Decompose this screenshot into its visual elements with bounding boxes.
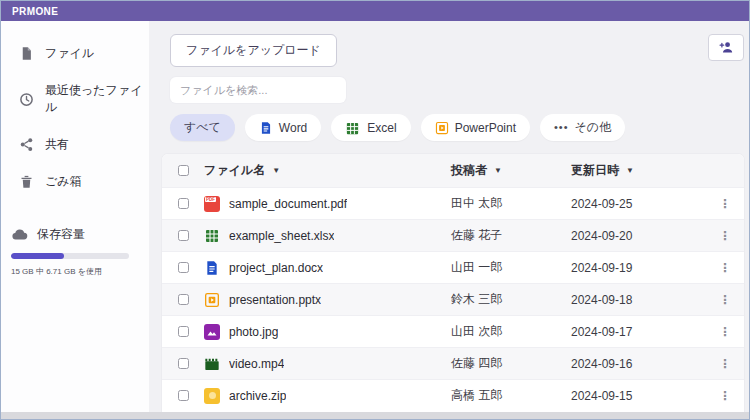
row-menu-kebab-icon[interactable]: ⋮ [719, 358, 731, 370]
table-header-row: ファイル名 ▼ 投稿者 ▼ 更新日時 ▼ [162, 154, 744, 187]
filter-chip-all[interactable]: すべて [170, 114, 235, 141]
filter-chip-label: その他 [575, 119, 612, 136]
row-menu-kebab-icon[interactable]: ⋮ [719, 198, 731, 210]
table-row[interactable]: project_plan.docx 山田 一郎 2024-09-19 ⋮ [162, 251, 744, 283]
file-name: sample_document.pdf [229, 197, 347, 211]
row-checkbox[interactable] [178, 326, 189, 337]
file-date: 2024-09-17 [571, 325, 706, 339]
person-add-icon [718, 39, 735, 56]
select-all-checkbox[interactable] [178, 165, 189, 176]
video-file-icon [204, 356, 220, 372]
storage-label: 保存容量 [37, 226, 85, 243]
filter-chip-label: Word [279, 121, 307, 135]
file-author: 田中 太郎 [451, 195, 571, 212]
storage-progress-bar [11, 253, 129, 259]
row-checkbox[interactable] [178, 390, 189, 401]
file-date: 2024-09-25 [571, 197, 706, 211]
row-checkbox[interactable] [178, 358, 189, 369]
zip-file-icon [204, 388, 220, 404]
file-author: 佐藤 花子 [451, 227, 571, 244]
filter-chip-other[interactable]: ••• その他 [540, 114, 625, 141]
row-checkbox[interactable] [178, 230, 189, 241]
window-bottom-edge [1, 412, 749, 419]
filter-chip-label: PowerPoint [455, 121, 516, 135]
sort-caret-icon[interactable]: ▼ [626, 166, 634, 175]
row-menu-kebab-icon[interactable]: ⋮ [719, 390, 731, 402]
filter-chip-excel[interactable]: Excel [331, 114, 410, 141]
row-menu-kebab-icon[interactable]: ⋮ [719, 326, 731, 338]
word-file-icon [204, 260, 220, 276]
storage-progress-fill [11, 253, 64, 259]
share-icon [19, 137, 34, 152]
storage-caption: 15 GB 中 6.71 GB を使用 [11, 266, 135, 277]
topbar: PRMONE [1, 1, 749, 21]
clock-icon [19, 92, 34, 107]
row-checkbox[interactable] [178, 262, 189, 273]
main-content: ファイルをアップロード すべて Word [149, 21, 749, 412]
trash-icon [19, 174, 34, 189]
file-date: 2024-09-20 [571, 229, 706, 243]
filter-chips: すべて Word Excel [170, 114, 744, 141]
filter-chip-label: すべて [184, 119, 221, 136]
file-name: archive.zip [229, 389, 286, 403]
file-author: 山田 次郎 [451, 323, 571, 340]
file-name: example_sheet.xlsx [229, 229, 334, 243]
file-author: 高橋 五郎 [451, 387, 571, 404]
pdf-file-icon: PDF [204, 196, 220, 212]
header-author[interactable]: 投稿者 ▼ [451, 162, 571, 179]
filter-chip-word[interactable]: Word [245, 114, 321, 141]
table-row[interactable]: video.mp4 佐藤 四郎 2024-09-16 ⋮ [162, 347, 744, 379]
sidebar-item-label: ごみ箱 [45, 173, 82, 190]
powerpoint-icon [435, 121, 449, 135]
file-name: video.mp4 [229, 357, 284, 371]
file-date: 2024-09-18 [571, 293, 706, 307]
sidebar-item-trash[interactable]: ごみ箱 [1, 163, 149, 200]
table-row[interactable]: example_sheet.xlsx 佐藤 花子 2024-09-20 ⋮ [162, 219, 744, 251]
table-row[interactable]: photo.jpg 山田 次郎 2024-09-17 ⋮ [162, 315, 744, 347]
filter-chip-label: Excel [367, 121, 396, 135]
file-date: 2024-09-19 [571, 261, 706, 275]
cloud-icon [11, 226, 28, 243]
sidebar: ファイル 最近使ったファイル 共有 ごみ箱 [1, 21, 149, 412]
row-menu-kebab-icon[interactable]: ⋮ [719, 294, 731, 306]
sidebar-item-shared[interactable]: 共有 [1, 126, 149, 163]
upload-file-button[interactable]: ファイルをアップロード [170, 34, 337, 67]
file-author: 佐藤 四郎 [451, 355, 571, 372]
file-author: 鈴木 三郎 [451, 291, 571, 308]
file-author: 山田 一郎 [451, 259, 571, 276]
file-name: photo.jpg [229, 325, 278, 339]
header-filename[interactable]: ファイル名 ▼ [204, 162, 451, 179]
storage-section: 保存容量 15 GB 中 6.71 GB を使用 [1, 200, 149, 277]
table-row[interactable]: presentation.pptx 鈴木 三郎 2024-09-18 ⋮ [162, 283, 744, 315]
sidebar-item-label: ファイル [45, 45, 94, 62]
file-table: ファイル名 ▼ 投稿者 ▼ 更新日時 ▼ [162, 154, 744, 412]
sort-caret-icon[interactable]: ▼ [272, 166, 280, 175]
word-icon [259, 121, 273, 135]
row-menu-kebab-icon[interactable]: ⋮ [719, 262, 731, 274]
sidebar-item-label: 共有 [45, 136, 69, 153]
sort-caret-icon[interactable]: ▼ [494, 166, 502, 175]
search-input[interactable] [170, 77, 346, 103]
excel-icon [345, 121, 361, 135]
add-user-button[interactable] [708, 34, 744, 61]
row-checkbox[interactable] [178, 198, 189, 209]
table-row[interactable]: PDF sample_document.pdf 田中 太郎 2024-09-25… [162, 187, 744, 219]
file-icon [19, 46, 34, 61]
file-name: project_plan.docx [229, 261, 323, 275]
row-checkbox[interactable] [178, 294, 189, 305]
table-row[interactable]: archive.zip 高橋 五郎 2024-09-15 ⋮ [162, 379, 744, 411]
app-window: PRMONE ファイル 最近使ったファイル 共有 [0, 0, 750, 420]
powerpoint-file-icon [204, 292, 220, 308]
header-date[interactable]: 更新日時 ▼ [571, 162, 706, 179]
sidebar-item-label: 最近使ったファイル [45, 82, 149, 116]
brand-logo: PRMONE [12, 6, 58, 17]
excel-file-icon [204, 228, 220, 244]
filter-chip-powerpoint[interactable]: PowerPoint [421, 114, 530, 141]
row-menu-kebab-icon[interactable]: ⋮ [719, 230, 731, 242]
file-date: 2024-09-16 [571, 357, 706, 371]
sidebar-item-recent[interactable]: 最近使ったファイル [1, 72, 149, 126]
ellipsis-icon: ••• [554, 114, 569, 141]
sidebar-item-files[interactable]: ファイル [1, 35, 149, 72]
image-file-icon [204, 324, 220, 340]
file-date: 2024-09-15 [571, 389, 706, 403]
